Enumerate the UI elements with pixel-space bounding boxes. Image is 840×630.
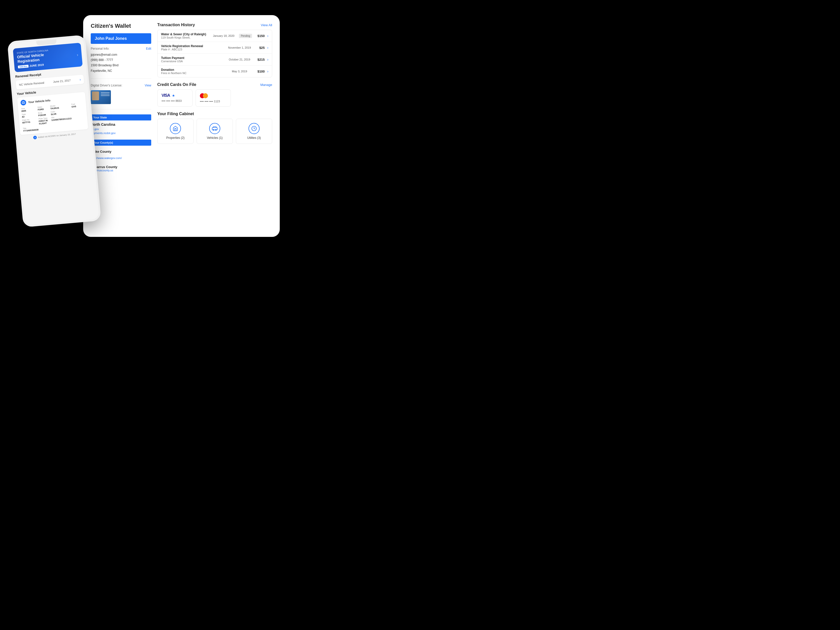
user-phone: (999) 888 - 7777: [91, 58, 151, 63]
properties-label: Properties (2): [166, 136, 185, 140]
divider-1: [91, 78, 151, 79]
phone-renewal-section: Renewal Receipt NC Vehicle Renewal June …: [15, 69, 84, 90]
user-address1: 1500 Broadway Blvd: [91, 63, 151, 68]
tx-amount: $25: [254, 46, 265, 50]
state-link-1[interactable]: nc.gov: [91, 128, 151, 131]
tx-subtitle: 119 South Kings Street,: [161, 36, 209, 39]
renewal-label: NC Vehicle Renewal: [19, 81, 44, 87]
mastercard-number: •••• •••• •••• 1123: [200, 100, 227, 103]
vg-model: Model TAURUS: [50, 103, 71, 110]
vg-vin: VIN 12345678910111213: [51, 115, 72, 124]
personal-info-edit-button[interactable]: Edit: [146, 47, 151, 51]
manage-cards-button[interactable]: Manage: [261, 83, 272, 87]
credit-cards-section: Credit Cards On File Manage VISA ★ •••• …: [157, 82, 272, 107]
card-logo-row: VISA ★: [161, 93, 188, 98]
transaction-title: Transaction History: [157, 23, 195, 27]
transaction-row[interactable]: Donation Fires in Northern NC May 3, 201…: [158, 66, 272, 77]
vehicle-icon: [21, 99, 27, 106]
tx-date: October 21, 2019: [227, 58, 252, 61]
vg-body: Body FODOR: [38, 111, 50, 117]
visa-card[interactable]: VISA ★ •••• •••• •••• 8833: [157, 90, 193, 107]
wallet-title: Citizen's Wallet: [91, 23, 151, 29]
tx-chevron-icon: ›: [267, 69, 268, 73]
tx-desc: Tuition Payment Cornerstone USA: [161, 56, 224, 63]
added-icon: A: [33, 136, 37, 139]
filing-vehicles[interactable]: Vehicles (1): [197, 119, 233, 144]
dl-label: Digital Driver's License:: [91, 84, 122, 87]
tx-date: November 1, 2019: [227, 46, 252, 49]
mastercard-logo: [200, 93, 208, 98]
added-note-text: Added via NCDMV on January 15, 2017: [38, 133, 76, 139]
dl-lines: [101, 92, 110, 96]
divider-2: [91, 109, 151, 109]
vg-title: Title 7773495392038: [23, 126, 39, 132]
vehicle-info-title: Your Vehicle Info: [28, 99, 51, 104]
tx-desc: Donation Fires in Northern NC: [161, 68, 224, 74]
vehicles-icon: [209, 123, 220, 134]
personal-info-label: Personal Info:: [91, 47, 109, 51]
tablet-right-panel: Transaction History View All Water & Sew…: [157, 23, 272, 229]
cards-container: VISA ★ •••• •••• •••• 8833: [157, 90, 272, 107]
view-all-button[interactable]: View All: [261, 23, 272, 27]
svg-rect-0: [212, 128, 217, 130]
dl-view-button[interactable]: View: [145, 84, 151, 87]
utilities-label: Utilites (3): [247, 136, 261, 140]
tx-date: January 18, 2020: [211, 34, 237, 37]
tablet: Citizen's Wallet John Paul Jones Persona…: [83, 15, 280, 237]
county1-link[interactable]: http://www.wakegov.com/: [91, 156, 151, 159]
vg-empty2: [72, 114, 84, 122]
tx-chevron-icon: ›: [267, 46, 268, 50]
filing-properties[interactable]: Properties (2): [157, 119, 194, 144]
star-icon: ★: [172, 93, 175, 98]
tx-amount: $150: [254, 34, 265, 38]
transaction-row[interactable]: Vehicle Registration Renewal Plate # : A…: [158, 42, 272, 54]
user-name-bar: John Paul Jones: [91, 33, 151, 44]
vehicle-info-card: Your Vehicle Info Year 2005 Make FORD Mo…: [17, 92, 88, 135]
county2-name: Cabarrus County: [91, 165, 151, 169]
filing-utilities[interactable]: Utilites (3): [236, 119, 272, 144]
visa-card-number: •••• •••• •••• 8833: [161, 99, 188, 102]
your-state-bar: Your State: [91, 114, 151, 120]
county1-name: Wake County: [91, 150, 151, 153]
utilities-icon: [248, 123, 260, 134]
tablet-left-panel: Citizen's Wallet John Paul Jones Persona…: [91, 23, 151, 229]
vg-plate: Plate No. 837TYG: [22, 118, 38, 126]
county2-link[interactable]: cabarruscounty.us: [91, 169, 151, 172]
filing-cabinet-section: Your Filing Cabinet Properties (2): [157, 112, 272, 144]
credit-cards-title: Credit Cards On File: [157, 82, 196, 87]
visa-logo: VISA: [161, 93, 170, 98]
filing-grid: Properties (2) Vehicles (1): [157, 119, 272, 144]
vg-fuel: Fuel GAS: [71, 102, 84, 108]
vg-platetype: Plate Type FIRST IN FLIGHT: [39, 117, 51, 125]
tx-subtitle: Fires in Northern NC: [161, 71, 224, 74]
phone-vehicle-section: Your Vehicle Your Vehicle Info: [17, 86, 88, 135]
tx-desc: Vehicle Registration Renewal Plate # : A…: [161, 44, 224, 51]
your-county-bar: Your County(s): [91, 140, 151, 146]
tx-chevron-icon: ›: [267, 34, 268, 38]
tx-amount: $100: [254, 69, 265, 73]
mastercard-card[interactable]: •••• •••• •••• 1123: [196, 90, 231, 107]
platetype-value: FIRST IN FLIGHT: [39, 119, 51, 125]
vehicle-grid: Year 2005 Make FORD Model TAURUS Fuel GA…: [21, 102, 85, 132]
state-section: Your State North Carolina nc.gov payment…: [91, 114, 151, 134]
personal-info-section: Personal Info: Edit jpjones@email.com (9…: [91, 47, 151, 73]
tx-title: Water & Sewer (City of Raleigh): [161, 33, 209, 36]
state-link-2[interactable]: payments.ncdot.gov: [91, 131, 151, 134]
transaction-row[interactable]: Water & Sewer (City of Raleigh) 119 Sout…: [158, 30, 272, 42]
mc-orange-circle: [203, 93, 208, 98]
vg-color: Color SLVR: [51, 109, 71, 116]
tx-badge: Pending: [239, 34, 252, 38]
vehicles-label: Vehicles (1): [207, 136, 223, 140]
transaction-list: Water & Sewer (City of Raleigh) 119 Sout…: [157, 30, 272, 77]
tx-title: Tuition Payment: [161, 56, 224, 60]
tx-amount: $215: [254, 58, 265, 62]
dl-image: [91, 90, 111, 104]
tx-desc: Water & Sewer (City of Raleigh) 119 Sout…: [161, 33, 209, 39]
dl-face: [92, 92, 99, 100]
phone-screen: State of North Carolina Official Vehicle…: [9, 37, 99, 225]
transaction-row[interactable]: Tuition Payment Cornerstone USA October …: [158, 54, 272, 66]
vg-make: Make FORD: [38, 105, 50, 111]
vg-empty: [72, 108, 84, 114]
phone-registration-card[interactable]: State of North Carolina Official Vehicle…: [13, 43, 83, 72]
vg-type: Type 4U: [21, 112, 37, 118]
